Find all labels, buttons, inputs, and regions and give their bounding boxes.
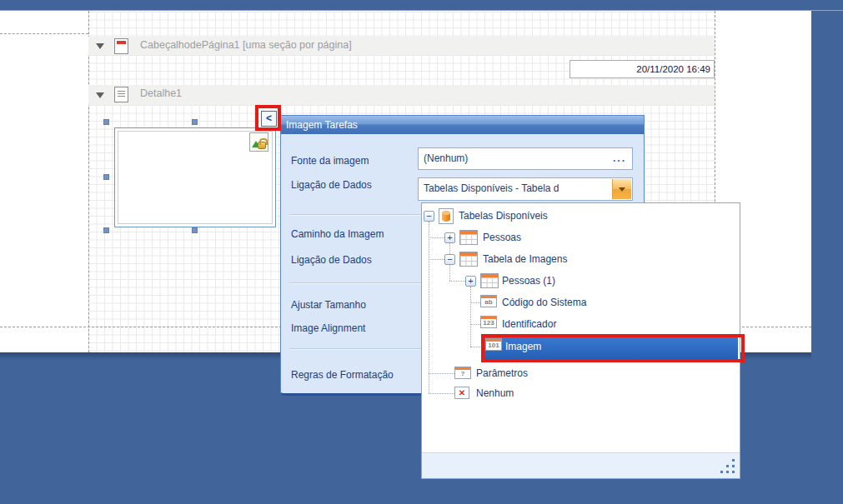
formatting-rules-link[interactable]: Regras de Formatação xyxy=(291,369,394,381)
expand-toggle[interactable]: + xyxy=(444,232,455,243)
table-icon xyxy=(459,230,478,245)
resize-handle-top-left[interactable] xyxy=(103,119,109,125)
resize-handle-bottom-middle[interactable] xyxy=(192,227,198,233)
tree-item-codigo-do-sistema[interactable]: Código do Sistema xyxy=(502,296,586,309)
tree-item-imagem[interactable]: Imagem xyxy=(505,340,541,353)
tree-item-pessoas-1[interactable]: Pessoas (1) xyxy=(502,274,555,287)
table-icon xyxy=(459,252,478,267)
resize-grip[interactable] xyxy=(720,459,735,474)
table-icon xyxy=(480,273,499,288)
popup-title: Imagem Tarefas xyxy=(281,116,644,134)
top-margin-guide xyxy=(0,33,88,34)
grid-top-margin xyxy=(88,12,715,37)
tree-connector xyxy=(449,281,465,282)
image-source-value: (Nenhum) xyxy=(424,152,468,164)
resize-handle-bottom-left[interactable] xyxy=(103,227,109,233)
image-alignment-link[interactable]: Image Alignment xyxy=(291,322,365,334)
page-header-band-icon xyxy=(114,38,128,54)
tree-connector xyxy=(470,287,471,347)
none-icon: ✕ xyxy=(454,387,469,399)
band-detail[interactable]: Detalhe1 xyxy=(88,85,715,105)
band-title: CabeçalhodePágina1 [uma seção por página… xyxy=(140,39,352,51)
resize-handle-middle-left[interactable] xyxy=(103,174,109,180)
text-field-icon: ab xyxy=(480,295,497,307)
tree-connector xyxy=(449,243,450,254)
tree-item-tabela-de-imagens[interactable]: Tabela de Imagens xyxy=(483,252,567,266)
data-binding-value: Tabelas Disponíveis - Tabela d xyxy=(424,182,559,194)
sizing-link[interactable]: Ajustar Tamanho xyxy=(291,299,366,311)
database-icon xyxy=(439,208,454,224)
tree-item-parametros[interactable]: Parâmetros xyxy=(476,367,528,380)
tree-connector xyxy=(470,302,480,303)
detail-band-icon xyxy=(114,87,128,102)
image-source-field[interactable]: (Nenhum) ... xyxy=(418,147,633,170)
dropdown-footer xyxy=(422,452,740,478)
bound-image-icon xyxy=(249,132,268,152)
data-member-tree-dropdown: − Tabelas Disponíveis + Pessoas − Tabela… xyxy=(421,202,740,479)
tree-connector xyxy=(429,259,444,260)
path-data-binding-link[interactable]: Ligação de Dados xyxy=(291,254,372,266)
tree-item-pessoas[interactable]: Pessoas xyxy=(483,231,521,244)
number-field-icon: 123 xyxy=(480,316,497,328)
expand-toggle[interactable]: + xyxy=(465,276,476,287)
tree-item-tabelas-disponiveis[interactable]: Tabelas Disponíveis xyxy=(459,209,548,222)
tree-connector xyxy=(470,324,480,325)
tree-item-identificador[interactable]: Identificador xyxy=(502,317,556,331)
tree-connector xyxy=(449,265,450,281)
collapse-triangle-icon[interactable] xyxy=(96,43,104,49)
tree-connector xyxy=(429,237,444,238)
combo-dropdown-button[interactable] xyxy=(612,179,631,199)
gold-lock-glyph xyxy=(258,142,266,149)
datetime-label-control[interactable]: 20/11/2020 16:49 xyxy=(570,60,715,78)
expand-toggle[interactable]: − xyxy=(424,211,434,222)
resize-handle-top-middle[interactable] xyxy=(192,119,198,125)
parameters-icon: ? xyxy=(454,367,471,379)
top-bar xyxy=(0,0,843,11)
band-title: Detalhe1 xyxy=(140,87,182,99)
collapse-triangle-icon[interactable] xyxy=(96,92,104,98)
data-binding-label: Ligação de Dados xyxy=(291,179,372,191)
tree-connector xyxy=(429,393,454,394)
tree-item-nenhum[interactable]: Nenhum xyxy=(476,387,514,400)
browse-ellipsis-button[interactable]: ... xyxy=(613,148,626,169)
image-path-link[interactable]: Caminho da Imagem xyxy=(291,228,384,240)
left-margin-guide xyxy=(88,11,89,352)
expand-toggle[interactable]: − xyxy=(444,254,455,265)
tree-connector xyxy=(429,222,429,393)
smart-tag-button[interactable]: < xyxy=(261,111,277,127)
report-designer-screen: CabeçalhodePágina1 [uma seção por página… xyxy=(0,0,843,504)
band-page-header[interactable]: CabeçalhodePágina1 [uma seção por página… xyxy=(88,37,715,55)
image-source-label: Fonte da imagem xyxy=(291,155,369,167)
data-binding-combo[interactable]: Tabelas Disponíveis - Tabela d xyxy=(418,177,633,201)
binary-field-icon: 101 xyxy=(485,338,502,351)
tree-connector xyxy=(429,373,454,374)
